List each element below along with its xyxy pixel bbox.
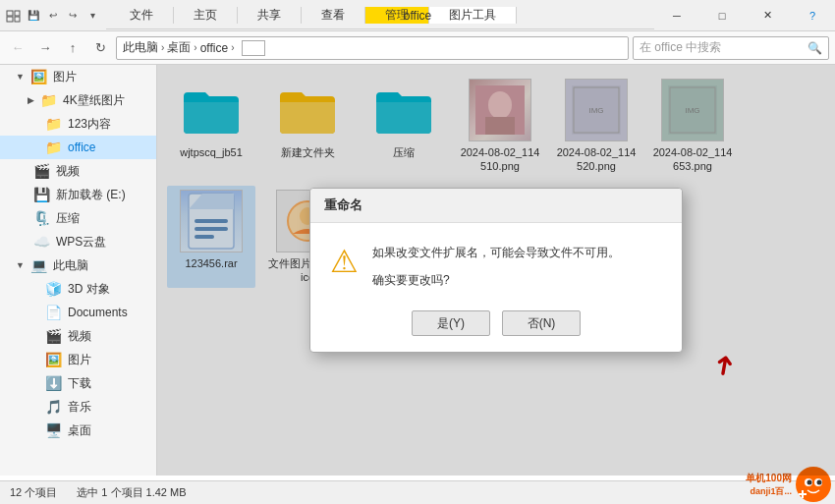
search-placeholder: 在 office 中搜索	[640, 39, 721, 56]
sidebar-label: 3D 对象	[68, 281, 110, 298]
dialog-title: 重命名	[310, 189, 682, 223]
sidebar-label: 音乐	[68, 399, 91, 416]
sidebar-label: 桌面	[68, 422, 91, 439]
status-selected: 选中 1 个项目 1.42 MB	[77, 485, 186, 500]
video-icon: 🎬	[45, 328, 62, 344]
dialog-no-button[interactable]: 否(N)	[502, 310, 581, 336]
main-area: ▼ 🖼️ 图片 ▶ 📁 4K壁纸图片 📁 123内容 📁 office 🎬 视频…	[0, 65, 835, 476]
folder-icon: 📁	[45, 140, 62, 155]
close-button[interactable]: ✕	[745, 0, 790, 30]
sidebar-item-videos[interactable]: 🎬 视频	[0, 324, 156, 348]
redo-icon[interactable]: ↪	[65, 8, 81, 24]
status-bar: 12 个项目 选中 1 个项目 1.42 MB 单机100网 danji1百..…	[0, 480, 835, 504]
folder-icon: 📁	[45, 116, 62, 132]
forward-button[interactable]: →	[33, 36, 57, 60]
pc-icon: 💻	[30, 257, 47, 273]
minimize-button[interactable]: ─	[654, 0, 699, 30]
refresh-button[interactable]: ↻	[88, 36, 112, 60]
svg-rect-3	[15, 17, 20, 22]
dialog-message-line1: 如果改变文件扩展名，可能会导致文件不可用。	[372, 243, 620, 264]
sidebar-label: 新加载卷 (E:)	[56, 187, 126, 203]
3d-icon: 🧊	[45, 281, 62, 297]
sidebar-item-documents[interactable]: 📄 Documents	[0, 301, 156, 324]
image-icon: 🖼️	[45, 352, 62, 367]
doc-icon: 📄	[45, 305, 62, 320]
expand-arrow: ▼	[16, 72, 25, 82]
breadcrumb[interactable]: 此电脑 › 桌面 › office ›	[116, 36, 629, 60]
search-icon: 🔍	[807, 41, 822, 55]
pictures-icon: 🖼️	[30, 69, 47, 84]
sidebar-item-3d[interactable]: 🧊 3D 对象	[0, 277, 156, 301]
tab-home[interactable]: 主页	[174, 7, 238, 24]
sidebar-item-images[interactable]: 🖼️ 图片	[0, 348, 156, 371]
tab-view[interactable]: 查看	[302, 7, 365, 24]
breadcrumb-pc: 此电脑	[123, 39, 158, 56]
music-icon: 🎵	[45, 399, 62, 415]
download-icon: ⬇️	[45, 375, 62, 391]
breadcrumb-dropdown[interactable]	[242, 40, 265, 56]
svg-point-27	[817, 480, 822, 485]
sidebar-item-office[interactable]: 📁 office	[0, 136, 156, 159]
dialog-message: 如果改变文件扩展名，可能会导致文件不可用。 确实要更改吗?	[372, 243, 620, 291]
sidebar-label: 图片	[53, 69, 77, 85]
title-bar: 💾 ↩ ↪ ▾ 文件 主页 共享 查看 管理 图片工具 office ─ □ ✕…	[0, 0, 835, 31]
expand-arrow: ▼	[16, 260, 25, 270]
sidebar-label: 此电脑	[53, 257, 88, 274]
sidebar-item-video[interactable]: 🎬 视频	[0, 159, 156, 183]
sidebar-item-wps[interactable]: ☁️ WPS云盘	[0, 230, 156, 253]
sidebar-label: 图片	[68, 352, 91, 368]
search-box[interactable]: 在 office 中搜索 🔍	[633, 36, 829, 60]
undo-icon[interactable]: ↩	[45, 8, 61, 24]
dialog-buttons: 是(Y) 否(N)	[310, 301, 682, 352]
ribbon-tab-bar: 文件 主页 共享 查看 管理 图片工具	[106, 2, 654, 29]
dialog-yes-button[interactable]: 是(Y)	[412, 310, 490, 336]
sidebar: ▼ 🖼️ 图片 ▶ 📁 4K壁纸图片 📁 123内容 📁 office 🎬 视频…	[0, 65, 157, 476]
sidebar-item-zip[interactable]: 🗜️ 压缩	[0, 206, 156, 230]
sidebar-item-123[interactable]: 📁 123内容	[0, 112, 156, 136]
sidebar-item-4k[interactable]: ▶ 📁 4K壁纸图片	[0, 88, 156, 112]
tab-picture-tools[interactable]: 图片工具	[429, 7, 517, 24]
sidebar-item-drive[interactable]: 💾 新加载卷 (E:)	[0, 183, 156, 206]
sidebar-item-music[interactable]: 🎵 音乐	[0, 395, 156, 419]
window-title: office	[404, 9, 431, 23]
maximize-button[interactable]: □	[699, 0, 745, 30]
svg-point-26	[807, 480, 812, 485]
warning-icon: ⚠	[330, 243, 359, 280]
tab-share[interactable]: 共享	[238, 7, 302, 24]
window-controls: ─ □ ✕ ?	[654, 0, 835, 30]
window-icon	[6, 8, 22, 24]
drive-icon: 💾	[33, 187, 50, 202]
sidebar-label: WPS云盘	[56, 234, 106, 251]
dropdown-icon[interactable]: ▾	[84, 8, 100, 24]
expand-arrow: ▶	[28, 95, 34, 105]
status-count: 12 个项目	[10, 485, 57, 500]
svg-rect-1	[15, 11, 20, 16]
sidebar-label: 视频	[56, 163, 80, 180]
svg-rect-0	[7, 11, 13, 16]
sidebar-item-downloads[interactable]: ⬇️ 下载	[0, 371, 156, 395]
sidebar-label: 下载	[68, 375, 91, 392]
folder-icon: 📁	[40, 92, 57, 108]
up-button[interactable]: ↑	[61, 36, 84, 60]
sidebar-item-pictures[interactable]: ▼ 🖼️ 图片	[0, 65, 156, 88]
title-bar-icons: 💾 ↩ ↪ ▾	[0, 8, 106, 24]
breadcrumb-desktop: 桌面	[167, 39, 191, 56]
file-area: wjtpscq_jb51 新建文件夹	[157, 65, 835, 476]
tab-file[interactable]: 文件	[110, 7, 174, 24]
video-icon: 🎬	[33, 163, 50, 179]
dialog-message-line2: 确实要更改吗?	[372, 270, 620, 292]
svg-rect-2	[7, 17, 13, 22]
zip-icon: 🗜️	[33, 210, 50, 226]
desktop-icon: 🖥️	[45, 422, 62, 438]
sidebar-label: 压缩	[56, 210, 80, 227]
sidebar-label: 123内容	[68, 116, 111, 133]
sidebar-item-desktop[interactable]: 🖥️ 桌面	[0, 419, 156, 442]
help-button[interactable]: ?	[790, 0, 835, 30]
back-button[interactable]: ←	[6, 36, 29, 60]
sidebar-item-this-pc[interactable]: ▼ 💻 此电脑	[0, 253, 156, 277]
save-icon[interactable]: 💾	[26, 8, 41, 24]
breadcrumb-office: office	[200, 41, 228, 55]
dialog-body: ⚠ 如果改变文件扩展名，可能会导致文件不可用。 确实要更改吗?	[310, 223, 682, 301]
address-bar: ← → ↑ ↻ 此电脑 › 桌面 › office › 在 office 中搜索…	[0, 31, 835, 65]
dialog-overlay: 重命名 ⚠ 如果改变文件扩展名，可能会导致文件不可用。 确实要更改吗? 是(Y)…	[157, 65, 835, 476]
